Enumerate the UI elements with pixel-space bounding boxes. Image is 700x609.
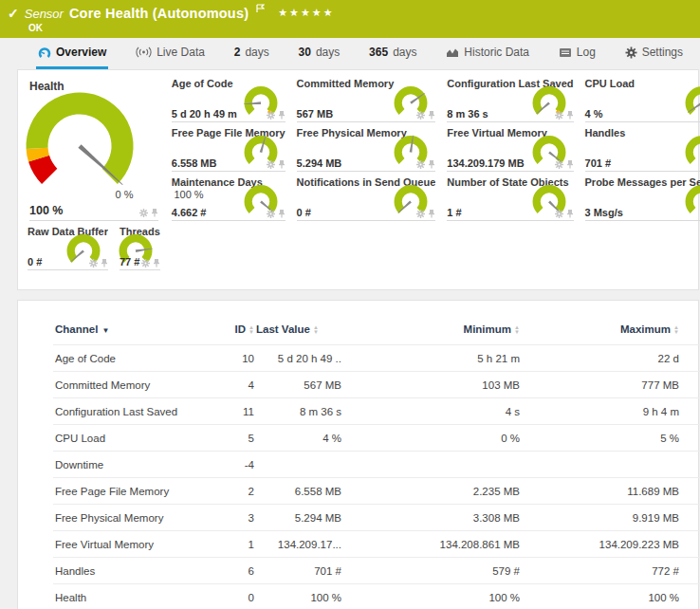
col-header-minimum[interactable]: Minimum▲▼ — [341, 320, 520, 345]
channel-table: Channel▼ ID▲▼ Last Value▲▼ Minimum▲▼ Max… — [53, 320, 700, 609]
col-header-channel[interactable]: Channel▼ — [53, 320, 195, 345]
gauge-value: 134.209.179 MB — [447, 157, 524, 169]
tab-live-data[interactable]: Live Data — [134, 38, 207, 69]
table-row[interactable]: Free Page File Memory 2 6.558 MB 2.235 M… — [53, 478, 700, 505]
channel-gauge-tile[interactable]: Threads 77 # — [118, 224, 160, 273]
channel-gauge-tile[interactable]: Age of Code 5 d 20 h 49 m — [170, 76, 286, 125]
pin-icon[interactable] — [278, 110, 286, 120]
priority-flag-icon[interactable] — [256, 0, 265, 17]
channel-gauge-tile[interactable]: Maintenance Days 4.662 # — [170, 175, 286, 224]
channel-maximum: 9 h 4 m — [520, 398, 679, 425]
pin-icon[interactable] — [151, 208, 158, 217]
channel-gauge-tile[interactable]: Configuration Last Saved 8 m 36 s — [445, 76, 573, 125]
channel-maximum: 134.209.223 MB — [520, 531, 679, 558]
channel-id: 11 — [195, 398, 254, 425]
health-arc-red — [39, 158, 49, 176]
channel-last-value: 5.294 MB — [254, 505, 341, 531]
gear-icon[interactable] — [141, 259, 150, 268]
channel-name: Committed Memory — [53, 372, 195, 398]
channel-gauge-tile[interactable]: Free Physical Memory 5.294 MB — [295, 125, 436, 175]
live-data-icon — [136, 46, 152, 58]
gear-icon[interactable] — [555, 210, 563, 218]
col-header-last-value[interactable]: Last Value▲▼ — [254, 320, 341, 345]
table-row[interactable]: Configuration Last Saved 11 8 m 36 s 4 s… — [53, 398, 700, 425]
tab-log[interactable]: Log — [557, 38, 598, 69]
gauge-value: 0 # — [297, 207, 311, 218]
channel-gauge-tile[interactable]: Committed Memory 567 MB — [295, 76, 436, 125]
channel-id: 2 — [195, 478, 254, 505]
channel-gauge-tile[interactable]: Probe Messages per Second 3 Msg/s — [583, 175, 700, 224]
channel-gauge-tile[interactable]: Notifications in Send Queue 0 # — [295, 175, 436, 224]
gear-icon[interactable] — [267, 111, 275, 120]
tab-historic-data[interactable]: Historic Data — [444, 38, 531, 69]
pin-icon[interactable] — [278, 209, 286, 218]
gear-icon[interactable] — [267, 210, 275, 218]
tab-2-days[interactable]: 2days — [232, 38, 271, 69]
table-row[interactable]: Downtime -4 — [53, 452, 700, 478]
channel-gauge-tile[interactable]: Number of State Objects 1 # — [445, 175, 573, 224]
channel-gauge-tile[interactable]: CPU Load 4 % — [583, 76, 700, 125]
pin-icon[interactable] — [566, 209, 574, 218]
channel-minimum: 579 # — [341, 558, 520, 584]
channel-gauge-tile[interactable]: Free Virtual Memory 134.209.179 MB — [445, 125, 573, 175]
channel-gauge-tile[interactable]: Raw Data Buffer 0 # — [26, 224, 108, 273]
channel-gauge-tile[interactable]: Free Page File Memory 6.558 MB — [170, 125, 286, 175]
gauge-icon — [38, 46, 51, 59]
gear-icon[interactable] — [89, 259, 98, 268]
table-row[interactable]: CPU Load 5 4 % 0 % 5 % — [53, 425, 700, 452]
gauges-panel: Health 0 % 100 % 100 % Age of Code — [17, 69, 699, 290]
gear-icon[interactable] — [139, 209, 148, 217]
tab-settings[interactable]: Settings — [623, 38, 685, 69]
pin-icon[interactable] — [428, 110, 435, 120]
table-row[interactable]: Committed Memory 4 567 MB 103 MB 777 MB — [53, 372, 700, 398]
channel-name: Free Virtual Memory — [53, 531, 195, 558]
pin-icon[interactable] — [566, 110, 574, 120]
pin-icon[interactable] — [566, 159, 574, 169]
channel-name: Configuration Last Saved — [53, 398, 195, 425]
channel-maximum: 772 # — [520, 558, 679, 584]
table-row[interactable]: Handles 6 701 # 579 # 772 # — [53, 558, 700, 584]
tab-30-days[interactable]: 30days — [297, 38, 342, 69]
channel-minimum: 103 MB — [341, 372, 520, 398]
pin-icon[interactable] — [428, 159, 435, 169]
channel-last-value: 4 % — [254, 425, 341, 452]
channel-maximum: 9.919 MB — [520, 505, 679, 531]
gear-icon[interactable] — [416, 210, 425, 218]
health-arc-amber — [37, 148, 39, 158]
health-gauge-tile[interactable]: Health 0 % 100 % 100 % — [26, 76, 160, 224]
priority-stars[interactable]: ★★★★★ — [278, 7, 334, 19]
col-header-id[interactable]: ID▲▼ — [195, 320, 254, 345]
pin-icon[interactable] — [428, 209, 435, 218]
pin-icon[interactable] — [101, 258, 108, 268]
gear-icon — [625, 46, 637, 59]
channel-minimum: 3.308 MB — [341, 505, 520, 531]
tab-365-days[interactable]: 365days — [367, 38, 418, 69]
table-row[interactable]: Free Virtual Memory 1 134.209.17... 134.… — [53, 531, 700, 558]
gear-icon[interactable] — [416, 111, 425, 120]
gauge-value: 3 Msg/s — [585, 207, 623, 218]
gear-icon[interactable] — [555, 160, 563, 169]
tab-overview[interactable]: Overview — [36, 38, 108, 69]
gear-icon[interactable] — [416, 160, 425, 169]
col-header-maximum[interactable]: Maximum▲▼ — [520, 320, 679, 345]
table-row[interactable]: Age of Code 10 5 d 20 h 49 .. 5 h 21 m 2… — [53, 345, 700, 372]
gear-icon[interactable] — [267, 160, 275, 169]
historic-data-icon — [446, 46, 459, 58]
channel-maximum: 22 d — [520, 345, 679, 372]
sort-icon: ▲▼ — [673, 325, 679, 335]
channel-gauge-tile[interactable]: Handles 701 # — [583, 125, 700, 175]
table-row[interactable]: Free Physical Memory 3 5.294 MB 3.308 MB… — [53, 505, 700, 531]
table-row[interactable]: Health 0 100 % 100 % 100 % — [53, 584, 700, 609]
channel-id: 0 — [195, 584, 254, 609]
channel-name: Health — [53, 584, 195, 609]
status-check-icon: ✓ — [8, 6, 19, 21]
channel-maximum: 11.689 MB — [520, 478, 679, 505]
sort-icon: ▲▼ — [313, 325, 319, 335]
gear-icon[interactable] — [555, 111, 563, 120]
status-badge: OK — [28, 23, 691, 33]
pin-icon[interactable] — [278, 159, 286, 169]
channel-minimum: 100 % — [341, 584, 520, 609]
channel-last-value: 6.558 MB — [254, 478, 341, 505]
channel-id: -4 — [195, 452, 254, 478]
pin-icon[interactable] — [153, 258, 160, 268]
